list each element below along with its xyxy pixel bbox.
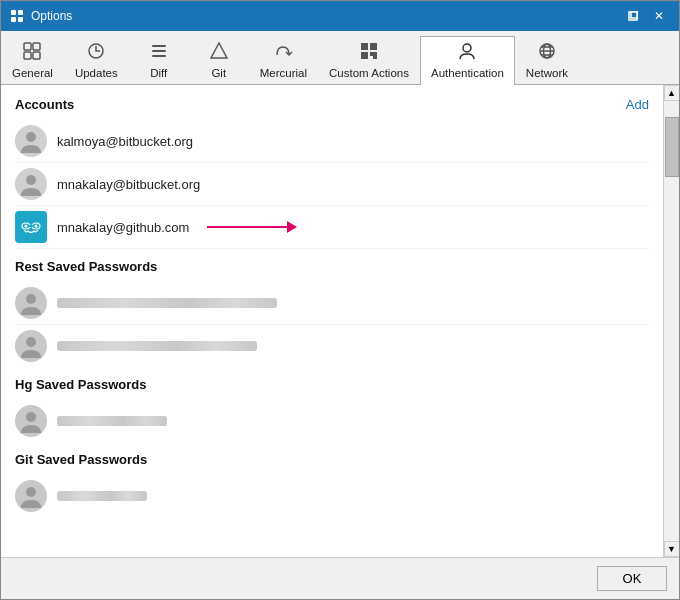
svg-point-32 bbox=[35, 225, 38, 228]
rest-saved-text-2 bbox=[57, 341, 649, 351]
arrow-head bbox=[287, 221, 297, 233]
add-account-button[interactable]: Add bbox=[626, 97, 649, 112]
svg-rect-4 bbox=[629, 12, 637, 20]
maximize-button[interactable] bbox=[621, 6, 645, 26]
svg-point-31 bbox=[25, 225, 28, 228]
tab-mercurial[interactable]: Mercurial bbox=[249, 36, 318, 85]
scroll-down-button[interactable]: ▼ bbox=[664, 541, 680, 557]
rest-saved-item-2[interactable] bbox=[15, 325, 649, 367]
tab-authentication-label: Authentication bbox=[431, 67, 504, 79]
account-email-2: mnakalay@bitbucket.org bbox=[57, 177, 200, 192]
tab-custom-actions[interactable]: Custom Actions bbox=[318, 36, 420, 85]
svg-rect-19 bbox=[373, 55, 377, 59]
tab-diff[interactable]: Diff bbox=[129, 36, 189, 85]
svg-point-36 bbox=[26, 487, 36, 497]
svg-point-34 bbox=[26, 337, 36, 347]
arrow-indicator bbox=[207, 221, 297, 233]
tab-bar: General Updates Diff bbox=[1, 31, 679, 85]
rest-avatar-1 bbox=[15, 287, 47, 319]
git-icon bbox=[209, 41, 229, 64]
account-email-3: mnakalay@github.com bbox=[57, 220, 189, 235]
custom-actions-icon bbox=[359, 41, 379, 64]
svg-rect-16 bbox=[370, 43, 377, 50]
svg-rect-8 bbox=[33, 43, 40, 50]
git-saved-header: Git Saved Passwords bbox=[15, 452, 649, 467]
rest-avatar-2 bbox=[15, 330, 47, 362]
authentication-icon bbox=[457, 41, 477, 64]
tab-updates-label: Updates bbox=[75, 67, 118, 79]
git-saved-item-1[interactable] bbox=[15, 475, 649, 517]
hg-saved-item-1[interactable] bbox=[15, 400, 649, 442]
accounts-section-header: Accounts Add bbox=[15, 97, 649, 112]
svg-rect-15 bbox=[361, 43, 368, 50]
blurred-hg-1 bbox=[57, 416, 167, 426]
blurred-git-1 bbox=[57, 491, 147, 501]
options-window: Options ✕ General bbox=[0, 0, 680, 600]
blurred-password-2 bbox=[57, 341, 257, 351]
rest-saved-text-1 bbox=[57, 298, 649, 308]
accounts-label: Accounts bbox=[15, 97, 74, 112]
tab-updates[interactable]: Updates bbox=[64, 36, 129, 85]
rest-saved-section: Rest Saved Passwords bbox=[15, 259, 649, 367]
main-panel: Accounts Add kalmoya@bitbucket.org bbox=[1, 85, 663, 557]
avatar-2 bbox=[15, 168, 47, 200]
svg-point-33 bbox=[26, 294, 36, 304]
account-item-3[interactable]: mnakalay@github.com bbox=[15, 206, 649, 249]
svg-rect-9 bbox=[33, 52, 40, 59]
hg-avatar-1 bbox=[15, 405, 47, 437]
tab-network-label: Network bbox=[526, 67, 568, 79]
svg-rect-11 bbox=[152, 45, 166, 47]
svg-rect-1 bbox=[18, 10, 23, 15]
window-title: Options bbox=[31, 9, 621, 23]
tab-git[interactable]: Git bbox=[189, 36, 249, 85]
svg-point-20 bbox=[463, 44, 471, 52]
general-icon bbox=[22, 41, 42, 64]
title-bar-controls: ✕ bbox=[621, 6, 671, 26]
close-button[interactable]: ✕ bbox=[647, 6, 671, 26]
svg-marker-14 bbox=[211, 43, 227, 58]
tab-authentication[interactable]: Authentication bbox=[420, 36, 515, 85]
svg-rect-6 bbox=[24, 43, 31, 50]
git-saved-label: Git Saved Passwords bbox=[15, 452, 147, 467]
avatar-3-github bbox=[15, 211, 47, 243]
svg-rect-3 bbox=[18, 17, 23, 22]
content-area: Accounts Add kalmoya@bitbucket.org bbox=[1, 85, 679, 557]
tab-general-label: General bbox=[12, 67, 53, 79]
tab-diff-label: Diff bbox=[150, 67, 167, 79]
tab-custom-actions-label: Custom Actions bbox=[329, 67, 409, 79]
git-saved-text-1 bbox=[57, 491, 649, 501]
scroll-up-button[interactable]: ▲ bbox=[664, 85, 680, 101]
hg-saved-section: Hg Saved Passwords bbox=[15, 377, 649, 442]
blurred-password-1 bbox=[57, 298, 277, 308]
hg-saved-text-1 bbox=[57, 416, 649, 426]
tab-network[interactable]: Network bbox=[515, 36, 579, 85]
tab-general[interactable]: General bbox=[1, 36, 64, 85]
rest-saved-item-1[interactable] bbox=[15, 282, 649, 325]
account-email-1: kalmoya@bitbucket.org bbox=[57, 134, 193, 149]
svg-rect-12 bbox=[152, 50, 166, 52]
avatar-1 bbox=[15, 125, 47, 157]
svg-rect-2 bbox=[11, 17, 16, 22]
account-item-1[interactable]: kalmoya@bitbucket.org bbox=[15, 120, 649, 163]
account-item-2[interactable]: mnakalay@bitbucket.org bbox=[15, 163, 649, 206]
rest-saved-label: Rest Saved Passwords bbox=[15, 259, 157, 274]
svg-rect-7 bbox=[24, 52, 31, 59]
tab-mercurial-label: Mercurial bbox=[260, 67, 307, 79]
updates-icon bbox=[86, 41, 106, 64]
svg-point-27 bbox=[26, 175, 36, 185]
svg-rect-0 bbox=[11, 10, 16, 15]
svg-rect-13 bbox=[152, 55, 166, 57]
tab-git-label: Git bbox=[211, 67, 226, 79]
scroll-thumb[interactable] bbox=[665, 117, 679, 177]
title-bar: Options ✕ bbox=[1, 1, 679, 31]
window-icon bbox=[9, 8, 25, 24]
network-icon bbox=[537, 41, 557, 64]
mercurial-icon bbox=[273, 41, 293, 64]
diff-icon bbox=[149, 41, 169, 64]
footer: OK bbox=[1, 557, 679, 599]
arrow-line bbox=[207, 226, 287, 228]
ok-button[interactable]: OK bbox=[597, 566, 667, 591]
hg-saved-header: Hg Saved Passwords bbox=[15, 377, 649, 392]
scrollbar[interactable]: ▲ ▼ bbox=[663, 85, 679, 557]
svg-point-26 bbox=[26, 132, 36, 142]
